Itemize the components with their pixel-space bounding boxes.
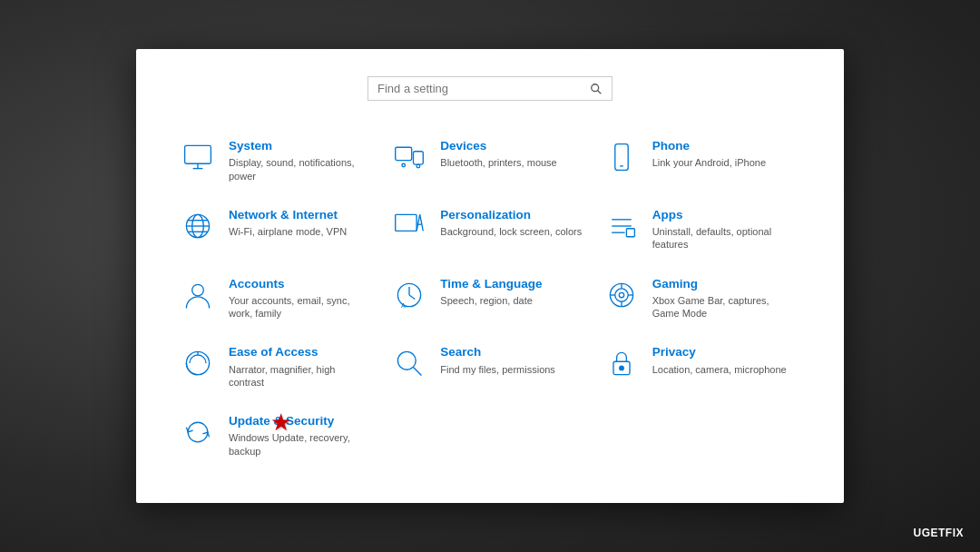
network-title: Network & Internet — [229, 208, 373, 222]
svg-rect-6 — [414, 152, 424, 164]
svg-point-38 — [398, 352, 416, 370]
update-text: Update & SecurityWindows Update, recover… — [229, 414, 373, 458]
setting-item-search[interactable]: SearchFind my files, permissions — [384, 332, 595, 401]
accounts-title: Accounts — [229, 277, 373, 291]
gaming-icon — [603, 277, 640, 313]
gaming-desc: Xbox Game Bar, captures, Game Mode — [652, 294, 797, 320]
personalization-title: Personalization — [440, 208, 584, 222]
ease-title: Ease of Access — [229, 345, 373, 360]
search-text: SearchFind my files, permissions — [440, 345, 584, 375]
svg-rect-2 — [185, 145, 211, 163]
devices-icon — [391, 139, 427, 175]
svg-point-31 — [619, 292, 623, 297]
apps-desc: Uninstall, defaults, optional features — [652, 225, 797, 251]
setting-item-gaming[interactable]: GamingXbox Game Bar, captures, Game Mode — [596, 264, 808, 333]
phone-desc: Link your Android, iPhone — [652, 156, 797, 169]
search-icon — [391, 345, 427, 381]
network-desc: Wi-Fi, airplane mode, VPN — [229, 225, 373, 238]
phone-title: Phone — [652, 139, 797, 153]
setting-item-phone[interactable]: PhoneLink your Android, iPhone — [596, 126, 808, 195]
svg-point-24 — [192, 284, 204, 296]
setting-item-personalization[interactable]: PersonalizationBackground, lock screen, … — [384, 195, 595, 264]
gaming-title: Gaming — [652, 277, 797, 291]
time-title: Time & Language — [440, 277, 584, 291]
setting-item-accounts[interactable]: AccountsYour accounts, email, sync, work… — [172, 264, 384, 333]
phone-icon — [603, 139, 640, 175]
setting-item-network[interactable]: Network & InternetWi-Fi, airplane mode, … — [172, 195, 384, 264]
ease-desc: Narrator, magnifier, high contrast — [229, 363, 373, 389]
svg-line-1 — [598, 90, 602, 94]
setting-item-apps[interactable]: AppsUninstall, defaults, optional featur… — [596, 195, 808, 264]
gaming-text: GamingXbox Game Bar, captures, Game Mode — [652, 277, 797, 320]
svg-rect-23 — [626, 229, 634, 237]
settings-window: SystemDisplay, sound, notifications, pow… — [136, 49, 844, 503]
setting-item-time[interactable]: A Time & LanguageSpeech, region, date — [384, 264, 595, 333]
ease-icon — [180, 345, 216, 381]
svg-point-0 — [592, 84, 599, 91]
time-text: Time & LanguageSpeech, region, date — [440, 277, 584, 307]
svg-point-30 — [614, 288, 627, 301]
svg-point-41 — [619, 367, 623, 371]
svg-text:A: A — [401, 301, 406, 310]
time-icon: A — [391, 277, 427, 313]
search-desc: Find my files, permissions — [440, 363, 584, 376]
accounts-desc: Your accounts, email, sync, work, family — [229, 294, 373, 320]
privacy-title: Privacy — [652, 345, 797, 360]
system-title: System — [229, 139, 373, 153]
svg-line-39 — [414, 368, 422, 376]
search-icon — [590, 83, 603, 95]
update-desc: Windows Update, recovery, backup — [229, 431, 373, 458]
update-title: Update & Security — [229, 414, 373, 429]
accounts-icon — [180, 277, 216, 313]
search-bar[interactable] — [368, 76, 612, 101]
network-text: Network & InternetWi-Fi, airplane mode, … — [229, 208, 373, 238]
apps-title: Apps — [652, 208, 797, 222]
svg-line-27 — [409, 295, 415, 300]
system-icon — [180, 139, 216, 175]
watermark-label: UGETFIX — [913, 527, 964, 539]
personalization-text: PersonalizationBackground, lock screen, … — [440, 208, 584, 238]
setting-item-ease[interactable]: Ease of AccessNarrator, magnifier, high … — [172, 332, 384, 401]
privacy-desc: Location, camera, microphone — [652, 363, 797, 376]
search-input[interactable] — [377, 82, 590, 95]
settings-grid: SystemDisplay, sound, notifications, pow… — [172, 126, 808, 470]
phone-text: PhoneLink your Android, iPhone — [652, 139, 797, 169]
personalization-icon — [391, 208, 427, 244]
apps-icon — [603, 208, 640, 244]
setting-item-system[interactable]: SystemDisplay, sound, notifications, pow… — [172, 126, 384, 195]
system-text: SystemDisplay, sound, notifications, pow… — [229, 139, 373, 182]
network-icon — [180, 208, 216, 244]
devices-title: Devices — [440, 139, 584, 153]
system-desc: Display, sound, notifications, power — [229, 156, 373, 182]
svg-line-18 — [420, 214, 424, 231]
privacy-icon — [603, 345, 640, 381]
svg-rect-5 — [396, 147, 412, 160]
setting-item-update[interactable]: Update & SecurityWindows Update, recover… — [172, 401, 384, 470]
privacy-text: PrivacyLocation, camera, microphone — [652, 345, 797, 375]
svg-point-8 — [416, 164, 420, 168]
devices-desc: Bluetooth, printers, mouse — [440, 156, 584, 169]
ease-text: Ease of AccessNarrator, magnifier, high … — [229, 345, 373, 389]
apps-text: AppsUninstall, defaults, optional featur… — [652, 208, 797, 251]
update-icon — [180, 414, 216, 450]
svg-rect-16 — [396, 214, 416, 231]
devices-text: DevicesBluetooth, printers, mouse — [440, 139, 584, 169]
accounts-text: AccountsYour accounts, email, sync, work… — [229, 277, 373, 320]
time-desc: Speech, region, date — [440, 294, 584, 307]
setting-item-privacy[interactable]: PrivacyLocation, camera, microphone — [596, 332, 808, 401]
personalization-desc: Background, lock screen, colors — [440, 225, 584, 238]
search-title: Search — [440, 345, 584, 360]
setting-item-devices[interactable]: DevicesBluetooth, printers, mouse — [384, 126, 595, 195]
svg-point-7 — [402, 163, 406, 167]
